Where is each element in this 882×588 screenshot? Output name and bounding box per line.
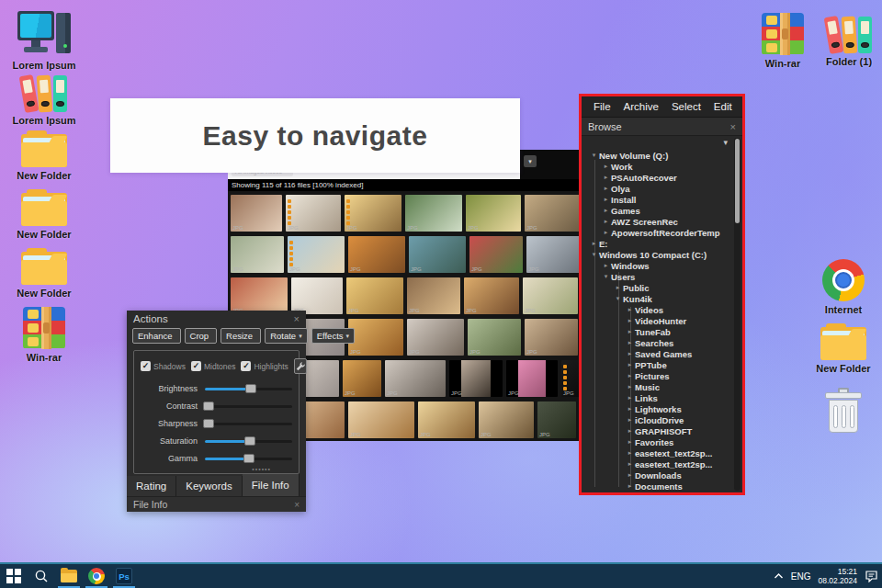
tree-item[interactable]: ▸PSAutoRecover bbox=[582, 172, 733, 183]
tree-item[interactable]: ▸easetext_text2sp... bbox=[582, 458, 733, 469]
photo-thumbnail[interactable]: JPG bbox=[343, 360, 381, 397]
action-button[interactable]: Enhance bbox=[132, 328, 181, 344]
panel-tab[interactable]: Keywords bbox=[176, 476, 243, 496]
tree-item[interactable]: ▸Favorites bbox=[582, 436, 733, 447]
tree-item[interactable]: ▸easetext_text2sp... bbox=[582, 447, 733, 458]
tree-item[interactable]: ▸TuneFab bbox=[582, 326, 733, 337]
action-button[interactable]: Crop bbox=[185, 328, 218, 344]
desktop-icon[interactable]: New Folder bbox=[7, 248, 81, 307]
slider-track[interactable] bbox=[205, 440, 292, 443]
photo-thumbnail[interactable]: JPG bbox=[468, 319, 521, 356]
tree-expand-icon[interactable]: ▸ bbox=[625, 449, 635, 457]
photo-thumbnail[interactable]: JPG bbox=[346, 277, 403, 314]
tree-item[interactable]: ▸Games bbox=[582, 205, 733, 216]
photo-thumbnail[interactable]: JPG bbox=[449, 360, 503, 397]
menu-item[interactable]: Edit bbox=[707, 101, 739, 112]
tree-expand-icon[interactable]: ▸ bbox=[625, 471, 635, 479]
tree-item[interactable]: ▸AWZ ScreenRec bbox=[582, 216, 733, 227]
taskbar-chrome-button[interactable] bbox=[83, 564, 110, 588]
tree-item[interactable]: ▸GRAPHISOFT bbox=[582, 425, 733, 436]
tree-item[interactable]: ▸VideoHunter bbox=[582, 315, 733, 326]
tree-expand-icon[interactable]: ▸ bbox=[601, 185, 611, 192]
tree-expand-icon[interactable]: ▸ bbox=[625, 328, 635, 335]
photo-thumbnail[interactable]: JPG bbox=[561, 360, 580, 397]
tree-expand-icon[interactable]: ▸ bbox=[625, 394, 635, 401]
tree-expand-icon[interactable]: ▸ bbox=[625, 306, 635, 313]
photo-thumbnail[interactable]: JPG bbox=[385, 360, 446, 397]
clock[interactable]: 15:21 08.02.2024 bbox=[818, 567, 857, 585]
panel-tab[interactable]: Rating bbox=[127, 476, 176, 496]
slider-handle[interactable] bbox=[245, 384, 256, 393]
taskbar-explorer-button[interactable] bbox=[55, 564, 83, 588]
tree-expand-icon[interactable]: ▸ bbox=[601, 229, 611, 236]
photo-thumbnail[interactable]: JPG bbox=[506, 360, 558, 397]
slider-track[interactable] bbox=[205, 458, 292, 460]
action-button[interactable]: Rotate▾ bbox=[265, 328, 308, 344]
desktop-icon[interactable]: New Folder bbox=[807, 323, 880, 388]
start-button[interactable] bbox=[0, 564, 28, 588]
desktop-icon[interactable]: Lorem Ipsum bbox=[7, 11, 81, 72]
desktop-icon[interactable]: New Folder bbox=[7, 130, 81, 189]
tree-expand-icon[interactable]: ▸ bbox=[625, 416, 635, 424]
desktop-icon[interactable]: Win-rar bbox=[750, 13, 816, 69]
tree-expand-icon[interactable]: ▸ bbox=[601, 163, 611, 170]
tree-item[interactable]: ▸Olya bbox=[582, 183, 733, 194]
tree-expand-icon[interactable]: ▸ bbox=[613, 284, 623, 291]
tree-expand-icon[interactable]: ▸ bbox=[625, 361, 635, 368]
photo-thumbnail[interactable]: JPG bbox=[537, 401, 576, 438]
photo-thumbnail[interactable]: JPG bbox=[231, 277, 288, 314]
toolbar-dropdown-button[interactable]: ▾ bbox=[524, 155, 537, 167]
tree-item[interactable]: ▸Public bbox=[582, 282, 733, 293]
tree-item[interactable]: ▸E: bbox=[582, 238, 733, 249]
tree-expand-icon[interactable]: ▸ bbox=[601, 207, 611, 214]
tree-expand-icon[interactable]: ▾ bbox=[589, 251, 599, 258]
slider-handle[interactable] bbox=[203, 419, 214, 428]
desktop-icon[interactable]: Lorem Ipsum bbox=[7, 72, 81, 130]
photo-thumbnail[interactable]: JPG bbox=[345, 195, 401, 232]
tree-item[interactable]: ▾Windows 10 Compact (C:) bbox=[582, 249, 733, 260]
action-button[interactable]: Resize bbox=[220, 328, 261, 344]
tree-expand-icon[interactable]: ▸ bbox=[601, 174, 611, 181]
settings-wrench-button[interactable] bbox=[294, 358, 307, 374]
desktop-icon[interactable]: Folder (1) bbox=[816, 13, 882, 69]
tree-expand-icon[interactable]: ▸ bbox=[625, 350, 635, 357]
slider-track[interactable] bbox=[205, 388, 292, 390]
desktop-icon[interactable]: Internet bbox=[807, 259, 880, 323]
tree-dropdown-icon[interactable]: ▾ bbox=[723, 138, 728, 147]
photo-thumbnail[interactable]: JPG bbox=[231, 195, 282, 232]
tree-expand-icon[interactable]: ▸ bbox=[601, 218, 611, 225]
tree-expand-icon[interactable]: ▸ bbox=[625, 339, 635, 346]
photo-thumbnail[interactable]: JPG bbox=[418, 401, 475, 438]
tree-item[interactable]: ▸Install bbox=[582, 194, 733, 205]
drag-handle[interactable]: •••••• bbox=[252, 466, 271, 472]
tree-item[interactable]: ▸Saved Games bbox=[582, 348, 733, 359]
tree-expand-icon[interactable]: ▸ bbox=[625, 317, 635, 324]
tree-scrollbar-thumb[interactable] bbox=[735, 139, 740, 223]
checkbox[interactable]: ✓ bbox=[141, 361, 151, 371]
tree-expand-icon[interactable]: ▸ bbox=[601, 196, 611, 203]
photo-thumbnail[interactable]: JPG bbox=[348, 319, 403, 356]
photo-thumbnail[interactable]: JPG bbox=[291, 277, 343, 314]
tree-expand-icon[interactable]: ▾ bbox=[589, 152, 599, 159]
language-indicator[interactable]: ENG bbox=[791, 571, 811, 582]
slider-handle[interactable] bbox=[203, 401, 214, 411]
photo-thumbnail[interactable]: JPG bbox=[479, 401, 534, 438]
photo-thumbnail[interactable]: JPG bbox=[231, 236, 284, 273]
tree-item[interactable]: ▾New Volume (Q:) bbox=[582, 150, 733, 161]
photo-thumbnail[interactable]: JPG bbox=[466, 195, 521, 232]
tree-item[interactable]: ▾Users bbox=[582, 271, 733, 282]
actions-close-icon[interactable]: × bbox=[294, 313, 300, 324]
tree-item[interactable]: ▸Downloads bbox=[582, 469, 733, 481]
tree-item[interactable]: ▸Windows bbox=[582, 260, 733, 271]
tree-item[interactable]: ▸PPTube bbox=[582, 359, 733, 370]
tree-expand-icon[interactable]: ▾ bbox=[601, 273, 611, 280]
checkbox[interactable]: ✓ bbox=[241, 361, 251, 371]
tree-item[interactable]: ▸ApowersoftRecorderTemp bbox=[582, 227, 733, 238]
photo-thumbnail[interactable]: JPG bbox=[523, 277, 578, 314]
tree-expand-icon[interactable]: ▸ bbox=[625, 438, 635, 446]
tree-expand-icon[interactable]: ▸ bbox=[625, 427, 635, 435]
tree-expand-icon[interactable]: ▸ bbox=[625, 482, 635, 490]
tree-item[interactable]: ▾Kun4ik bbox=[582, 293, 733, 304]
browse-close-icon[interactable]: × bbox=[730, 121, 736, 132]
panel-tab[interactable]: File Info bbox=[243, 474, 300, 496]
